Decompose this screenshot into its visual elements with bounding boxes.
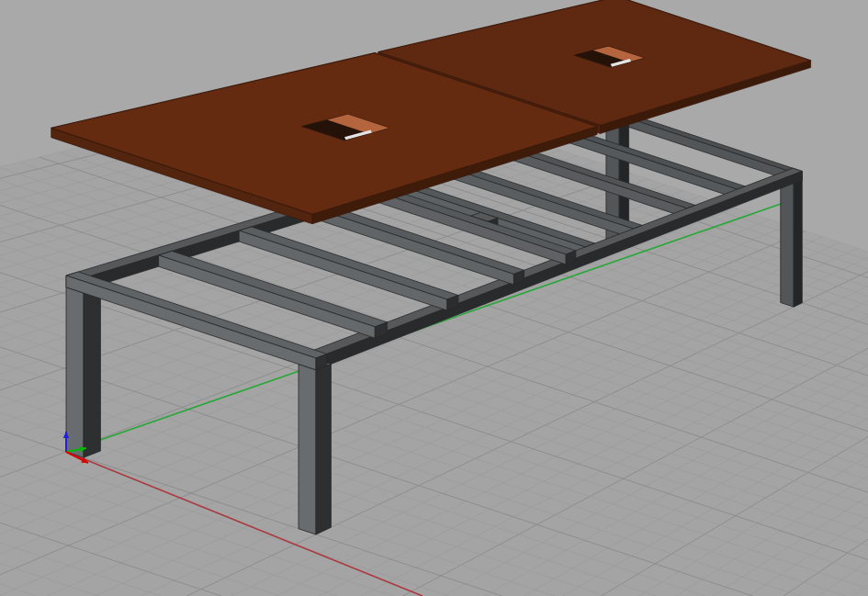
frame-leg-2-front-face <box>316 364 331 534</box>
frame-leg-3-left-face <box>781 179 794 307</box>
cad-viewport[interactable] <box>0 0 868 596</box>
frame-leg-1[interactable] <box>66 282 100 457</box>
viewport-3d-canvas[interactable] <box>0 0 868 596</box>
frame-leg-3-front-face <box>794 180 802 307</box>
frame-leg-2[interactable] <box>299 358 331 534</box>
frame-leg-1-left-face <box>66 287 84 458</box>
frame-leg-3[interactable] <box>781 175 803 307</box>
frame-leg-1-front-face <box>84 287 100 457</box>
frame-leg-2-left-face <box>299 365 316 535</box>
